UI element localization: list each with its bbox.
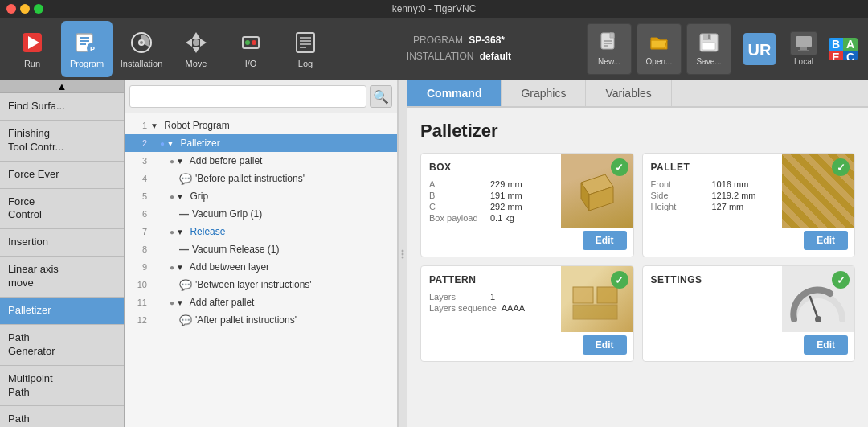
svg-rect-32 [708, 35, 710, 39]
tree-line-9: 9 [128, 262, 147, 272]
tree-dot-9: ● [170, 263, 174, 272]
box-card: BOX A 229 mm B 191 mm C 292 [420, 153, 634, 257]
box-field-c: C 292 mm [429, 202, 553, 211]
tree-row-8[interactable]: 8 — Vacuum Release (1) [125, 240, 397, 258]
pallet-edit-button[interactable]: Edit [804, 231, 848, 250]
search-input[interactable] [129, 85, 366, 108]
sidebar-item-path[interactable]: Path [0, 406, 124, 427]
tree-dot-5: ● [170, 192, 174, 201]
sidebar-item-palletizer[interactable]: Palletizer [0, 298, 124, 325]
installation-button[interactable]: Installation [116, 21, 167, 77]
tree-line-11: 11 [128, 298, 147, 307]
tree-arrow-9[interactable] [176, 263, 187, 272]
tree-dot-7: ● [170, 228, 174, 236]
box-thumbnail: ✓ [561, 154, 633, 228]
save-button[interactable]: Save... [686, 23, 731, 75]
tree-arrow-5[interactable] [176, 192, 187, 201]
search-button[interactable]: 🔍 [370, 85, 392, 108]
svg-point-15 [193, 39, 199, 46]
svg-rect-35 [796, 36, 812, 47]
tree-row-9[interactable]: 9 ● Add between layer [125, 258, 397, 276]
settings-card-title: SETTINGS [651, 274, 775, 285]
tab-bar: Command Graphics Variables [407, 80, 868, 108]
title-bar: kenny:0 - TigerVNC [0, 0, 868, 18]
sidebar-item-path-generator[interactable]: PathGenerator [0, 325, 124, 366]
tab-graphics[interactable]: Graphics [502, 80, 586, 106]
log-label: Log [298, 59, 313, 68]
sidebar-item-force-control[interactable]: ForceControl [0, 189, 124, 230]
pattern-edit-button[interactable]: Edit [583, 335, 627, 355]
svg-rect-19 [297, 33, 314, 52]
settings-card: SETTINGS [642, 265, 856, 362]
tree-label-6: Vacuum Grip (1) [192, 208, 394, 220]
sidebar-item-find-surface[interactable]: Find Surfa... [0, 93, 124, 121]
log-button[interactable]: Log [280, 21, 331, 77]
content-area: Palletizer BOX A 229 mm B [407, 108, 868, 427]
open-button[interactable]: Open... [637, 23, 682, 75]
installation-info-label: INSTALLATION [407, 51, 474, 62]
new-icon [598, 31, 620, 55]
close-button[interactable] [6, 4, 16, 14]
tree-arrow-7[interactable] [176, 228, 187, 236]
sidebar: ▲ Find Surfa... FinishingTool Contr... F… [0, 80, 125, 427]
pallet-card: PALLET Front 1016 mm Side 1219.2 mm Heig… [642, 153, 856, 257]
svg-marker-14 [200, 39, 207, 47]
sidebar-item-finishing-tool[interactable]: FinishingTool Contr... [0, 121, 124, 162]
tree-row-12[interactable]: 12 💬 'After pallet instructions' [125, 311, 397, 329]
run-button[interactable]: Run [6, 21, 58, 77]
ba-ec-panel[interactable]: B A E C [825, 25, 862, 73]
settings-edit-button[interactable]: Edit [804, 335, 848, 355]
program-button[interactable]: P Program [61, 21, 113, 77]
tree-arrow-3[interactable] [176, 157, 187, 166]
tree-arrow-1[interactable] [150, 121, 162, 130]
minimize-button[interactable] [20, 4, 30, 14]
maximize-button[interactable] [34, 4, 43, 14]
tree-arrow-11[interactable] [176, 298, 187, 307]
tree-divider[interactable] [398, 80, 407, 427]
tree-label-3: Add before pallet [187, 155, 394, 166]
sidebar-item-linear-axis[interactable]: Linear axismove [0, 257, 124, 298]
tree-dot-11: ● [170, 298, 174, 307]
tree-label-7: Release [187, 226, 394, 237]
pallet-card-info: PALLET Front 1016 mm Side 1219.2 mm Heig… [643, 154, 783, 228]
tree-dot-3: ● [170, 157, 174, 166]
tree-row-2[interactable]: 2 ● Palletizer [125, 134, 397, 152]
move-button[interactable]: Move [170, 21, 222, 77]
svg-rect-46 [573, 305, 617, 319]
move-label: Move [186, 59, 207, 68]
program-label: Program [70, 59, 104, 68]
tree-search-bar: 🔍 [125, 80, 397, 113]
tree-row-7[interactable]: 7 ● Release [125, 223, 397, 240]
run-label: Run [24, 59, 40, 68]
new-button[interactable]: New... [587, 23, 632, 75]
io-button[interactable]: I/O [225, 21, 276, 77]
tree-label-5: Grip [187, 191, 394, 202]
tree-row-4[interactable]: 4 💬 'Before pallet instructions' [125, 170, 397, 187]
tree-line-12: 12 [128, 315, 147, 325]
tree-row-3[interactable]: 3 ● Add before pallet [125, 152, 397, 170]
b-badge: B [829, 38, 843, 51]
tab-variables[interactable]: Variables [586, 80, 671, 106]
tree-row-10[interactable]: 10 💬 'Between layer instructions' [125, 276, 397, 294]
tree-row-1[interactable]: 1 Robot Program [125, 117, 397, 134]
installation-icon [129, 30, 154, 55]
tree-arrow-2[interactable] [166, 139, 178, 148]
toolbar: Run P Program Installation [0, 18, 868, 80]
tree-row-6[interactable]: 6 — Vacuum Grip (1) [125, 205, 397, 223]
pattern-card-footer: Edit [421, 332, 633, 361]
tree-label-10: 'Between layer instructions' [195, 279, 394, 290]
cards-grid: BOX A 229 mm B 191 mm C 292 [420, 153, 855, 362]
tree-row-11[interactable]: 11 ● Add after pallet [125, 294, 397, 311]
sidebar-item-insertion[interactable]: Insertion [0, 229, 124, 257]
io-icon [238, 30, 264, 55]
svg-point-17 [245, 40, 250, 45]
save-icon [698, 31, 720, 55]
pallet-field-front: Front 1016 mm [651, 179, 775, 189]
tree-row-5[interactable]: 5 ● Grip [125, 187, 397, 205]
sidebar-scroll-up[interactable]: ▲ [0, 80, 124, 93]
sidebar-item-multipoint-path[interactable]: MultipointPath [0, 366, 124, 407]
box-edit-button[interactable]: Edit [583, 231, 627, 250]
save-label: Save... [696, 57, 721, 66]
tab-command[interactable]: Command [407, 80, 502, 106]
sidebar-item-force-ever[interactable]: Force Ever [0, 162, 124, 189]
